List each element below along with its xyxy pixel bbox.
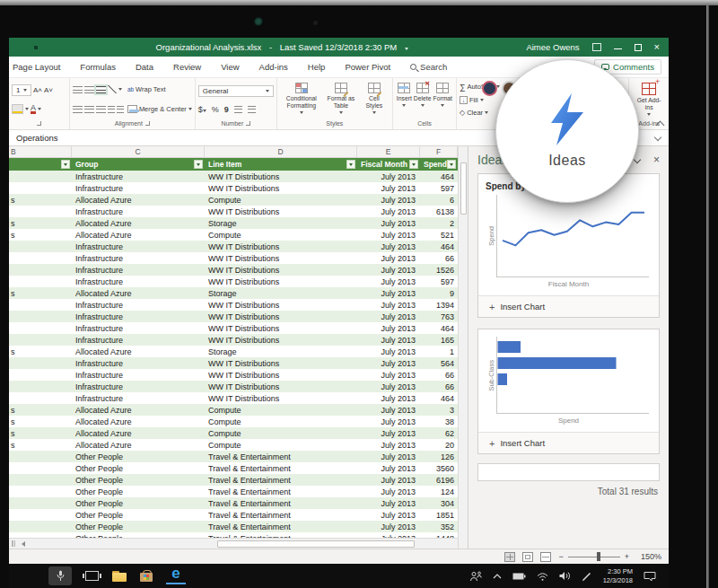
normal-view-icon[interactable] [504, 552, 515, 562]
filter-icon[interactable] [194, 160, 203, 169]
tab-formulas[interactable]: Formulas [80, 62, 116, 72]
tab-view[interactable]: View [221, 62, 239, 72]
get-addins-button[interactable]: Get Add-ins [633, 81, 665, 118]
format-cells-button[interactable]: Format [432, 81, 453, 118]
filter-icon[interactable] [447, 160, 456, 169]
grow-font-button[interactable]: A˄ [33, 86, 42, 94]
table-row[interactable]: Infrastructure WW IT Distributions July … [9, 299, 468, 311]
zoom-slider[interactable] [568, 557, 620, 557]
table-row[interactable]: Infrastructure WW IT Distributions July … [9, 357, 468, 369]
pen-icon[interactable] [582, 571, 592, 582]
tab-review[interactable]: Review [173, 62, 201, 72]
table-row[interactable]: s Allocated Azure Storage July 2013 2 [9, 217, 468, 229]
top-align-icon[interactable] [73, 86, 83, 93]
column-letter-f[interactable]: F [420, 146, 458, 157]
table-row[interactable]: Infrastructure WW IT Distributions July … [9, 206, 468, 217]
table-row[interactable]: Infrastructure WW IT Distributions July … [9, 322, 468, 334]
microsoft-store-button[interactable] [140, 570, 153, 582]
cell-styles-button[interactable]: Cell Styles [359, 81, 390, 118]
horizontal-scroll-thumb[interactable] [217, 540, 415, 548]
tab-power-pivot[interactable]: Power Pivot [345, 62, 390, 72]
table-row[interactable]: s Allocated Azure Compute July 2013 62 [9, 427, 468, 439]
page-layout-view-icon[interactable] [522, 552, 533, 562]
action-center-icon[interactable] [644, 571, 656, 582]
increase-indent-icon[interactable] [117, 106, 124, 113]
fill-color-button[interactable] [12, 104, 23, 114]
table-row[interactable]: Other People Travel & Entertainment July… [9, 474, 468, 486]
insert-chart-button[interactable]: + Insert Chart [478, 295, 659, 317]
vertical-scroll-thumb[interactable] [460, 162, 467, 215]
scroll-left-icon[interactable] [22, 541, 25, 547]
table-row[interactable]: Other People Travel & Entertainment July… [9, 462, 468, 474]
table-row[interactable]: Infrastructure WW IT Distributions July … [9, 241, 468, 252]
table-row[interactable]: Infrastructure WW IT Distributions July … [9, 252, 468, 264]
table-row[interactable]: s Allocated Azure Storage July 2013 1 [9, 346, 468, 357]
volume-icon[interactable] [559, 571, 571, 581]
font-size-field[interactable]: 1 [12, 84, 31, 96]
zoom-level[interactable]: 150% [636, 552, 661, 561]
vertical-scrollbar[interactable] [458, 146, 468, 549]
collapse-ribbon-icon[interactable] [657, 119, 663, 126]
saved-dropdown-icon[interactable] [405, 48, 408, 50]
show-hidden-icons-icon[interactable] [493, 574, 502, 579]
ideas-callout[interactable]: Ideas [495, 59, 639, 203]
decrease-decimal-icon[interactable] [248, 106, 256, 113]
header-group[interactable]: Group [72, 158, 205, 171]
people-icon[interactable] [469, 571, 482, 582]
filter-icon[interactable] [409, 160, 418, 169]
table-row[interactable]: Infrastructure WW IT Distributions July … [9, 182, 468, 194]
tab-add-ins[interactable]: Add-ins [259, 62, 288, 72]
pane-close-icon[interactable]: × [653, 155, 660, 164]
table-row[interactable]: s Allocated Azure Compute July 2013 38 [9, 416, 468, 427]
minimize-icon[interactable] [614, 45, 622, 49]
table-row[interactable]: s Allocated Azure Compute July 2013 3 [9, 404, 468, 416]
format-as-table-button[interactable]: Format as Table [323, 81, 359, 118]
align-left-icon[interactable] [73, 106, 83, 113]
header-spend[interactable]: Spend [420, 158, 458, 171]
table-row[interactable]: s Allocated Azure Compute July 2013 20 [9, 439, 468, 451]
tab-page-layout[interactable]: Page Layout [13, 62, 60, 72]
table-row[interactable]: Infrastructure WW IT Distributions July … [9, 276, 468, 287]
signed-in-user[interactable]: Aimee Owens [526, 42, 579, 52]
align-center-icon[interactable] [84, 106, 94, 113]
wrap-text-button[interactable]: ab Wrap Text [127, 85, 192, 93]
filter-icon[interactable] [61, 160, 70, 169]
shrink-font-button[interactable]: A˅ [44, 86, 53, 94]
table-row[interactable]: Other People Travel & Entertainment July… [9, 486, 468, 497]
alignment-dialog-launcher-icon[interactable] [145, 121, 150, 126]
pane-options-icon[interactable] [635, 157, 641, 163]
search-box[interactable]: Search [410, 62, 447, 72]
idea-card-partial[interactable] [477, 463, 660, 481]
insert-cells-button[interactable]: Insert [396, 81, 413, 118]
tab-help[interactable]: Help [308, 62, 326, 72]
conditional-formatting-button[interactable]: Conditional Formatting [280, 81, 323, 118]
table-row[interactable]: s Allocated Azure Compute July 2013 521 [9, 229, 468, 241]
close-icon[interactable]: × [654, 43, 660, 51]
table-row[interactable]: Infrastructure WW IT Distributions July … [9, 171, 468, 182]
name-box-value[interactable]: Operations [16, 133, 57, 143]
insert-chart-button[interactable]: + Insert Chart [478, 432, 659, 453]
bottom-align-icon[interactable] [96, 86, 106, 93]
pane-split-handle[interactable] [9, 540, 18, 547]
number-format-dropdown[interactable]: General [198, 85, 274, 97]
idea-card-bar-chart[interactable]: Sub-Class Spend + Insert Chart [477, 329, 660, 454]
table-row[interactable]: Other People Travel & Entertainment July… [9, 521, 468, 532]
align-right-icon[interactable] [96, 106, 106, 113]
battery-icon[interactable] [512, 573, 526, 580]
edge-button[interactable]: e [166, 567, 186, 584]
font-dialog-launcher-icon[interactable] [37, 121, 41, 126]
zoom-in-button[interactable]: + [625, 552, 629, 561]
fill-color-dropdown-icon[interactable] [25, 108, 29, 110]
task-view-button[interactable] [85, 571, 99, 581]
table-row[interactable]: Infrastructure WW IT Distributions July … [9, 334, 468, 346]
accounting-format-button[interactable]: $ [198, 105, 206, 114]
percent-style-button[interactable]: % [212, 105, 219, 114]
header-b[interactable] [9, 158, 72, 171]
table-row[interactable]: Other People Travel & Entertainment July… [9, 509, 468, 521]
filter-icon[interactable] [346, 160, 355, 169]
merge-center-button[interactable]: Merge & Center [127, 105, 192, 113]
tab-data[interactable]: Data [136, 62, 153, 72]
zoom-slider-thumb[interactable] [597, 552, 600, 561]
taskbar-clock[interactable]: 2:30 PM 12/3/2018 [603, 567, 633, 584]
avatar[interactable] [482, 81, 497, 96]
